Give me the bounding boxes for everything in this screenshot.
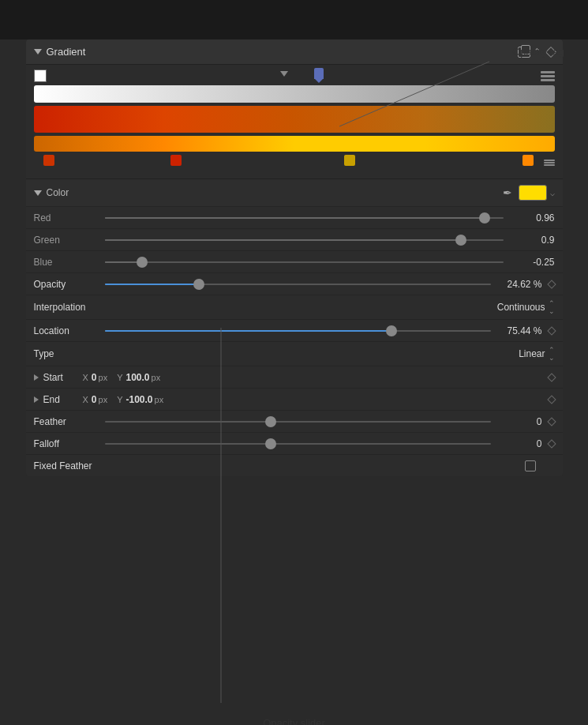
opacity-tag-marker[interactable] xyxy=(314,68,324,79)
color-subsection-title: Color xyxy=(34,187,503,198)
location-row: Location 75.44 % xyxy=(26,319,563,341)
blue-row: Blue -0.25 xyxy=(26,250,563,272)
red-row: Red 0.96 xyxy=(26,206,563,228)
start-x-value: 0 xyxy=(92,372,97,383)
stops-layers-icon[interactable] xyxy=(544,160,555,166)
location-slider[interactable] xyxy=(105,330,491,332)
opacity-slider[interactable] xyxy=(105,284,491,285)
fixed-feather-label: Fixed Feather xyxy=(34,460,105,471)
fixed-feather-row: Fixed Feather xyxy=(26,454,563,476)
fixed-feather-checkbox[interactable] xyxy=(525,460,536,471)
start-row: Start X 0 px Y 100.0 px xyxy=(26,366,563,388)
green-row: Green 0.9 xyxy=(26,228,563,250)
layers-icon[interactable] xyxy=(541,71,555,81)
falloff-row: Falloff 0 xyxy=(26,432,563,454)
start-y-value: 100.0 xyxy=(126,372,150,383)
location-value: 75.44 % xyxy=(491,325,542,336)
white-gradient-strip xyxy=(34,85,555,103)
color-stop-1[interactable] xyxy=(43,155,54,166)
collapse-icon[interactable] xyxy=(34,49,42,54)
opacity-label: Opacity xyxy=(34,279,105,290)
red-label: Red xyxy=(34,212,105,224)
opacity-tag-annotation: Opacity tag xyxy=(512,46,564,58)
color-stops-row xyxy=(34,155,555,171)
falloff-slider[interactable] xyxy=(105,443,491,445)
color-stop-3[interactable] xyxy=(344,155,355,166)
interpolation-chevron[interactable]: ⌃⌄ xyxy=(549,299,555,315)
green-slider[interactable] xyxy=(105,239,504,241)
interpolation-value: Continuous ⌃⌄ xyxy=(105,299,555,315)
green-label: Green xyxy=(34,235,105,246)
end-x-value: 0 xyxy=(92,394,97,405)
gradient-panel: Gradient ⌃ xyxy=(26,39,563,476)
feather-keyframe-diamond[interactable] xyxy=(547,417,556,426)
gradient-section-title: Gradient xyxy=(34,46,518,58)
opacity-keyframe-diamond[interactable] xyxy=(547,280,556,288)
color-label: Color xyxy=(47,187,69,198)
gradient-section-header: Gradient ⌃ xyxy=(26,39,563,65)
gradient-controls xyxy=(26,65,563,178)
color-section: Color ✒ ⌵ Red 0.96 xyxy=(26,178,563,366)
end-y-value: -100.0 xyxy=(126,394,153,405)
color-collapse-icon[interactable] xyxy=(34,190,42,196)
color-stop-2[interactable] xyxy=(170,155,182,166)
feather-slider[interactable] xyxy=(105,421,491,423)
start-y-unit: px xyxy=(152,373,161,382)
color-swatch-group: ⌵ xyxy=(519,185,555,201)
end-label: End xyxy=(43,394,83,405)
end-y-label: Y xyxy=(117,395,122,404)
opacity-value: 24.62 % xyxy=(491,279,542,290)
blue-label: Blue xyxy=(34,257,105,268)
falloff-value: 0 xyxy=(491,438,542,449)
start-x-unit: px xyxy=(99,373,108,382)
type-label: Type xyxy=(34,348,105,359)
end-x-label: X xyxy=(83,395,88,404)
start-collapse-icon[interactable] xyxy=(34,374,39,381)
red-slider[interactable] xyxy=(105,217,504,219)
interpolation-row: Interpolation Continuous ⌃⌄ xyxy=(26,295,563,319)
gradient-top-row xyxy=(34,69,555,82)
feather-label: Feather xyxy=(34,416,105,427)
location-label: Location xyxy=(34,325,105,336)
color-gradient-strip xyxy=(34,106,555,133)
interpolation-label: Interpolation xyxy=(34,302,105,313)
blue-value: -0.25 xyxy=(504,257,555,268)
opacity-row: Opacity 24.62 % xyxy=(26,272,563,295)
green-value: 0.9 xyxy=(504,235,555,246)
end-collapse-icon[interactable] xyxy=(34,396,39,403)
falloff-label: Falloff xyxy=(34,438,105,449)
stops-container xyxy=(34,155,544,171)
white-color-stop[interactable] xyxy=(34,69,47,82)
type-chevron[interactable]: ⌃⌄ xyxy=(549,346,555,362)
end-keyframe-diamond[interactable] xyxy=(547,395,556,404)
start-keyframe-diamond[interactable] xyxy=(547,373,556,381)
gradient-label: Gradient xyxy=(47,46,86,58)
end-row: End X 0 px Y -100.0 px xyxy=(26,388,563,410)
type-row: Type Linear ⌃⌄ xyxy=(26,341,563,366)
start-y-label: Y xyxy=(117,373,122,382)
yellow-gradient-strip xyxy=(34,136,555,152)
opacity-tag-triangle xyxy=(280,71,288,77)
eyedropper-icon[interactable]: ✒ xyxy=(503,186,512,199)
color-swatch[interactable] xyxy=(519,185,547,201)
location-keyframe-diamond[interactable] xyxy=(547,326,556,335)
start-x-label: X xyxy=(83,373,88,382)
end-y-unit: px xyxy=(155,395,164,404)
color-dropdown-chevron[interactable]: ⌵ xyxy=(550,189,555,197)
type-value: Linear ⌃⌄ xyxy=(105,346,555,362)
color-stop-4[interactable] xyxy=(522,155,534,166)
falloff-keyframe-diamond[interactable] xyxy=(547,439,556,448)
opacity-tag-bar xyxy=(47,69,534,82)
feather-value: 0 xyxy=(491,416,542,427)
main-container: Opacity tag Opacity slider Gradient ⌃ xyxy=(0,39,588,725)
red-value: 0.96 xyxy=(504,212,555,224)
blue-slider[interactable] xyxy=(105,261,504,263)
end-x-unit: px xyxy=(99,395,108,404)
color-subsection-header: Color ✒ ⌵ xyxy=(26,179,563,206)
feather-row: Feather 0 xyxy=(26,410,563,432)
start-label: Start xyxy=(43,372,83,383)
opacity-slider-annotation: Opacity slider xyxy=(263,717,325,725)
